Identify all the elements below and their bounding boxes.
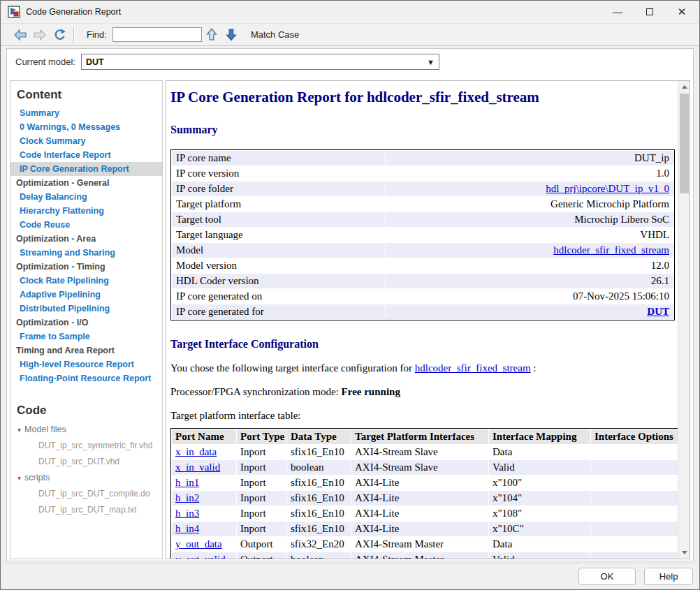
summary-row-value: Microchip Libero SoC	[386, 212, 673, 227]
sidebar-item-0-warnings-0-messages[interactable]: 0 Warnings, 0 Messages	[10, 120, 162, 134]
interface-cell: AXI4-Lite	[351, 522, 488, 536]
port-name-link[interactable]: x_in_valid	[175, 462, 220, 473]
interface-table-row: h_in4Inportsfix16_En10AXI4-Litex"10C"	[172, 522, 678, 536]
sidebar-item-clock-rate-pipelining[interactable]: Clock Rate Pipelining	[10, 274, 162, 288]
summary-row: IP core version1.0	[172, 166, 673, 181]
ok-button[interactable]: OK	[578, 568, 636, 585]
interface-table-row: y_out_dataOutportsfix32_En20AXI4-Stream …	[172, 537, 678, 552]
sidebar-item-delay-balancing[interactable]: Delay Balancing	[10, 190, 162, 204]
port-name-link[interactable]: h_in2	[175, 492, 199, 503]
scroll-down-button[interactable]	[678, 547, 690, 559]
port-name-link[interactable]: y_out_valid	[175, 554, 226, 559]
back-button[interactable]	[10, 26, 30, 44]
match-case-toggle[interactable]: Match Case	[251, 29, 299, 40]
find-previous-button[interactable]	[202, 26, 221, 44]
interface-column-header: Data Type	[287, 429, 351, 444]
interface-cell	[591, 506, 678, 521]
interface-cell: sfix32_En20	[287, 537, 351, 552]
vertical-scrollbar[interactable]	[678, 81, 690, 559]
sidebar-item-clock-summary[interactable]: Clock Summary	[10, 134, 162, 148]
code-file-item[interactable]: DUT_ip_src_symmetric_fir.vhd	[10, 438, 162, 454]
summary-row-value: 12.0	[386, 258, 673, 273]
port-name-link[interactable]: h_in1	[175, 477, 199, 488]
sidebar-item-high-level-resource-report[interactable]: High-level Resource Report	[10, 357, 162, 371]
summary-row-label: Target language	[172, 228, 385, 242]
interface-table: Port NamePort TypeData TypeTarget Platfo…	[170, 428, 678, 559]
sidebar-item-ip-core-generation-report[interactable]: IP Core Generation Report	[10, 162, 162, 176]
port-name-link[interactable]: h_in4	[175, 523, 199, 534]
summary-row-value: DUT_ip	[386, 151, 673, 165]
summary-row: IP core generated on07-Nov-2025 15:06:10	[172, 289, 673, 304]
sidebar-item-code-interface-report[interactable]: Code Interface Report	[10, 148, 162, 162]
summary-row: HDL Coder version26.1	[172, 274, 673, 288]
interface-cell: AXI4-Lite	[351, 491, 488, 506]
current-model-value: DUT	[86, 57, 427, 67]
sidebar-item-summary[interactable]: Summary	[10, 106, 162, 120]
sidebar-section-optimization-timing: Optimization - Timing	[10, 260, 162, 274]
interface-cell: Valid	[489, 552, 590, 559]
sidebar-item-hierarchy-flattening[interactable]: Hierarchy Flattening	[10, 204, 162, 218]
interface-cell: x"10C"	[489, 522, 590, 536]
summary-row-label: IP core folder	[172, 182, 385, 196]
find-next-button[interactable]	[221, 26, 241, 44]
scrollbar-thumb[interactable]	[680, 94, 689, 193]
interface-cell: AXI4-Stream Master	[351, 537, 488, 552]
summary-value-link[interactable]: DUT	[647, 306, 669, 317]
sidebar-item-code-reuse[interactable]: Code Reuse	[10, 218, 162, 232]
summary-row-value: 1.0	[386, 166, 673, 181]
forward-button[interactable]	[30, 26, 50, 44]
find-input[interactable]	[112, 27, 202, 42]
port-name-link[interactable]: h_in3	[175, 508, 199, 519]
summary-value-link[interactable]: hdlcoder_sfir_fixed_stream	[553, 244, 669, 256]
interface-cell: y_out_data	[172, 537, 236, 552]
interface-cell	[591, 445, 678, 459]
report-document: IP Core Generation Report for hdlcoder_s…	[166, 81, 678, 559]
sidebar-code-tree: ▾Model filesDUT_ip_src_symmetric_fir.vhd…	[10, 422, 162, 518]
summary-value-link[interactable]: hdl_prj\ipcore\DUT_ip_v1_0	[546, 183, 669, 194]
code-group-model-files[interactable]: ▾Model files	[10, 422, 162, 438]
maximize-button[interactable]	[634, 1, 666, 23]
current-model-dropdown[interactable]: DUT ▼	[81, 54, 439, 70]
refresh-button[interactable]	[50, 26, 69, 44]
target-interface-heading: Target Interface Configuration	[170, 338, 676, 351]
interface-cell: Inport	[237, 491, 286, 506]
code-file-item[interactable]: DUT_ip_src_DUT_compile.do	[10, 486, 162, 502]
interface-cell: boolean	[287, 552, 351, 559]
code-group-scripts[interactable]: ▾scripts	[10, 470, 162, 486]
port-name-link[interactable]: x_in_data	[175, 446, 217, 457]
sidebar-item-floating-point-resource-report[interactable]: Floating-Point Resource Report	[10, 371, 162, 385]
interface-cell	[591, 522, 678, 536]
interface-table-row: y_out_validOutportbooleanAXI4-Stream Mas…	[172, 552, 678, 559]
interface-table-caption: Target platform interface table:	[170, 410, 676, 422]
model-link[interactable]: hdlcoder_sfir_fixed_stream	[415, 362, 531, 374]
sidebar-item-streaming-and-sharing[interactable]: Streaming and Sharing	[10, 246, 162, 260]
scroll-up-button[interactable]	[678, 81, 690, 93]
sidebar-item-distributed-pipelining[interactable]: Distributed Pipelining	[10, 302, 162, 316]
code-file-item[interactable]: DUT_ip_src_DUT_map.txt	[10, 502, 162, 518]
interface-cell	[591, 552, 678, 559]
interface-cell: Outport	[237, 537, 286, 552]
interface-cell	[591, 491, 678, 506]
summary-row-label: IP core generated on	[172, 289, 385, 304]
interface-cell	[591, 537, 678, 552]
summary-row-label: Model version	[172, 258, 385, 273]
minimize-button[interactable]: —	[601, 1, 634, 23]
port-name-link[interactable]: y_out_data	[175, 538, 222, 550]
summary-row-value: 26.1	[386, 274, 673, 288]
sidebar-item-frame-to-sample[interactable]: Frame to Sample	[10, 330, 162, 344]
sidebar-item-adaptive-pipelining[interactable]: Adaptive Pipelining	[10, 288, 162, 302]
interface-cell: h_in3	[172, 506, 236, 521]
current-model-row: Current model: DUT ▼	[7, 49, 693, 75]
code-file-item[interactable]: DUT_ip_src_DUT.vhd	[10, 454, 162, 470]
close-button[interactable]: ✕	[666, 1, 698, 23]
help-button[interactable]: Help	[644, 568, 693, 585]
find-previous-icon	[206, 28, 217, 41]
interface-column-header: Interface Mapping	[489, 429, 590, 444]
summary-row-label: HDL Coder version	[172, 274, 385, 288]
summary-row-value: VHDL	[386, 228, 673, 242]
intro-suffix: :	[531, 362, 537, 374]
summary-row-label: Target platform	[172, 197, 385, 212]
interface-cell: x_in_data	[172, 445, 236, 459]
refresh-icon	[52, 28, 66, 42]
interface-cell: Inport	[237, 506, 286, 521]
